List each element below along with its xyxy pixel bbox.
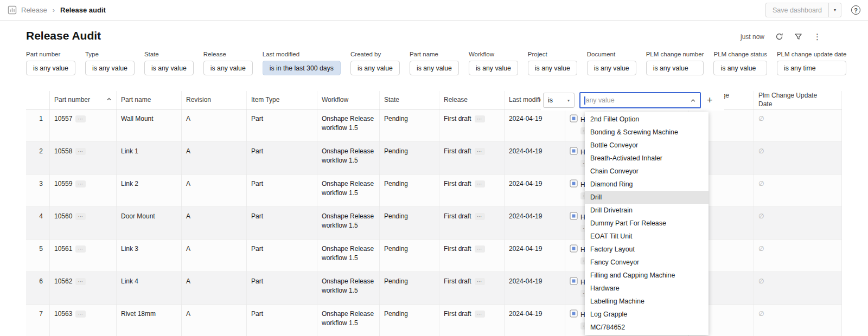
- add-filter-value-button[interactable]: +: [706, 95, 714, 106]
- dropdown-option[interactable]: Bottle Conveyor: [585, 139, 709, 152]
- operator-value: is: [548, 96, 553, 104]
- breadcrumb-root[interactable]: Release: [21, 6, 47, 14]
- filter-icon[interactable]: [794, 33, 802, 41]
- cell-item-type: Part: [247, 175, 317, 206]
- table-row[interactable]: 4 10560⋯ Door Mount A Part Onshape Relea…: [26, 207, 842, 240]
- col-item-type[interactable]: Item Type: [247, 91, 317, 109]
- dropdown-option[interactable]: Fancy Conveyor: [585, 256, 709, 269]
- dropdown-option[interactable]: 2nd Fillet Option: [585, 113, 709, 126]
- dropdown-option[interactable]: Diamond Ring: [585, 178, 709, 191]
- filter-group: PLM change number is any value: [646, 51, 704, 75]
- kebab-menu-icon[interactable]: ⋮: [813, 33, 821, 41]
- filter-chip[interactable]: is any value: [528, 61, 577, 75]
- ellipsis-badge-icon[interactable]: ⋯: [75, 180, 86, 188]
- table-row[interactable]: 7 10563⋯ Rivet 18mm A Part Onshape Relea…: [26, 305, 842, 336]
- cell-release: First draft⋯: [439, 109, 505, 141]
- col-part-number-label: Part number: [54, 96, 90, 105]
- filter-chip[interactable]: is in the last 300 days: [263, 61, 341, 75]
- dropdown-option[interactable]: Log Grapple: [585, 308, 709, 321]
- filter-value-input[interactable]: [586, 96, 690, 104]
- filter-label: Project: [528, 51, 577, 57]
- filter-chip[interactable]: is any value: [350, 61, 400, 75]
- table-row[interactable]: 6 10562⋯ Link 4 A Part Onshape Release w…: [26, 272, 842, 305]
- col-plm-change-update-date[interactable]: Plm Change Update Date: [754, 91, 842, 109]
- cell-release: First draft⋯: [439, 240, 505, 272]
- cell-last-modified: 2024-04-19: [505, 272, 565, 304]
- filter-chip[interactable]: is any time: [777, 61, 847, 75]
- dropdown-option[interactable]: Filling and Capping Machine: [585, 269, 709, 282]
- col-revision[interactable]: Revision: [182, 91, 247, 109]
- combobox-chevron-up-icon[interactable]: [690, 98, 696, 104]
- filter-chip[interactable]: is any value: [469, 61, 518, 75]
- ellipsis-badge-icon[interactable]: ⋯: [75, 115, 86, 122]
- dropdown-option[interactable]: Chain Conveyor: [585, 165, 709, 178]
- ellipsis-badge-icon[interactable]: ⋯: [475, 115, 485, 122]
- col-part-number[interactable]: Part number: [50, 91, 117, 109]
- dropdown-option[interactable]: Drill Drivetrain: [585, 204, 709, 217]
- filter-chip[interactable]: is any value: [85, 61, 135, 75]
- ellipsis-badge-icon[interactable]: ⋯: [75, 278, 86, 285]
- row-number: 1: [26, 109, 50, 141]
- filter-chip[interactable]: is any value: [646, 61, 704, 75]
- cell-last-modified: 2024-04-19: [505, 142, 565, 174]
- filter-label: PLM change number: [646, 51, 704, 57]
- empty-value-icon: ∅: [758, 147, 764, 155]
- col-release[interactable]: Release: [439, 91, 505, 109]
- ellipsis-badge-icon[interactable]: ⋯: [75, 148, 86, 155]
- ellipsis-badge-icon[interactable]: ⋯: [75, 245, 86, 253]
- page-title: Release Audit: [26, 29, 101, 42]
- dropdown-option[interactable]: Hardware: [585, 282, 709, 295]
- cell-part-name: Wall Mount: [117, 109, 182, 141]
- filter-chip[interactable]: is any value: [713, 61, 767, 75]
- table-row[interactable]: 2 10558⋯ Link 1 A Part Onshape Release w…: [26, 142, 842, 175]
- cell-state: Pending: [380, 109, 439, 141]
- filter-chip[interactable]: is any value: [587, 61, 636, 75]
- table-row[interactable]: 3 10559⋯ Link 2 A Part Onshape Release w…: [26, 175, 842, 207]
- ellipsis-badge-icon[interactable]: ⋯: [475, 148, 485, 155]
- ellipsis-badge-icon[interactable]: ⋯: [475, 245, 485, 253]
- ellipsis-badge-icon[interactable]: ⋯: [75, 311, 86, 318]
- dropdown-option[interactable]: MC/784652: [585, 321, 709, 334]
- cell-workflow: Onshape Release workflow 1.5: [317, 305, 380, 336]
- filter-chip[interactable]: is any value: [203, 61, 253, 75]
- cell-item-type: Part: [247, 109, 317, 141]
- ellipsis-badge-icon[interactable]: ⋯: [475, 278, 485, 285]
- filter-chip[interactable]: is any value: [410, 61, 459, 75]
- dropdown-option[interactable]: Bonding & Screwing Machine: [585, 126, 709, 139]
- dropdown-option[interactable]: Labelling Machine: [585, 295, 709, 308]
- cell-workflow: Onshape Release workflow 1.5: [317, 175, 380, 206]
- table-row[interactable]: 1 10557⋯ Wall Mount A Part Onshape Relea…: [26, 109, 842, 142]
- save-dashboard-split-button: Save dashboard ▾: [765, 3, 841, 17]
- col-part-name[interactable]: Part name: [117, 91, 182, 109]
- refresh-icon[interactable]: [775, 33, 783, 41]
- filter-group: Project is any value: [528, 51, 577, 75]
- row-number: 2: [26, 142, 50, 174]
- dropdown-option[interactable]: Factory Layout: [585, 243, 709, 256]
- save-dashboard-caret-icon[interactable]: ▾: [829, 3, 841, 17]
- cell-part-name: Rivet 18mm: [117, 305, 182, 336]
- filter-label: Part name: [410, 51, 459, 57]
- save-dashboard-button[interactable]: Save dashboard: [766, 3, 828, 17]
- row-number: 3: [26, 175, 50, 206]
- dropdown-option[interactable]: Dummy Part For Release: [585, 217, 709, 230]
- cell-item-type: Part: [247, 142, 317, 174]
- filter-chip[interactable]: is any value: [26, 61, 75, 75]
- col-state[interactable]: State: [380, 91, 439, 109]
- dropdown-option[interactable]: Breath-Activated Inhaler: [585, 152, 709, 165]
- operator-select[interactable]: is ▾: [543, 93, 575, 108]
- dropdown-option[interactable]: EOAT Tilt Unit: [585, 230, 709, 243]
- table-row[interactable]: 5 10561⋯ Link 3 A Part Onshape Release w…: [26, 240, 842, 272]
- cell-part-number: 10561⋯: [50, 240, 117, 272]
- ellipsis-badge-icon[interactable]: ⋯: [475, 213, 485, 220]
- col-workflow[interactable]: Workflow: [317, 91, 380, 109]
- cell-last-modified: 2024-04-19: [505, 175, 565, 206]
- cell-workflow: Onshape Release workflow 1.5: [317, 109, 380, 141]
- empty-value-icon: ∅: [758, 277, 764, 285]
- ellipsis-badge-icon[interactable]: ⋯: [475, 180, 485, 188]
- dropdown-option[interactable]: Drill: [585, 191, 709, 204]
- help-icon[interactable]: ?: [851, 5, 860, 15]
- ellipsis-badge-icon[interactable]: ⋯: [75, 213, 86, 220]
- filter-chip[interactable]: is any value: [144, 61, 194, 75]
- cell-plm-change-update-date: ∅: [754, 240, 842, 272]
- ellipsis-badge-icon[interactable]: ⋯: [475, 311, 485, 318]
